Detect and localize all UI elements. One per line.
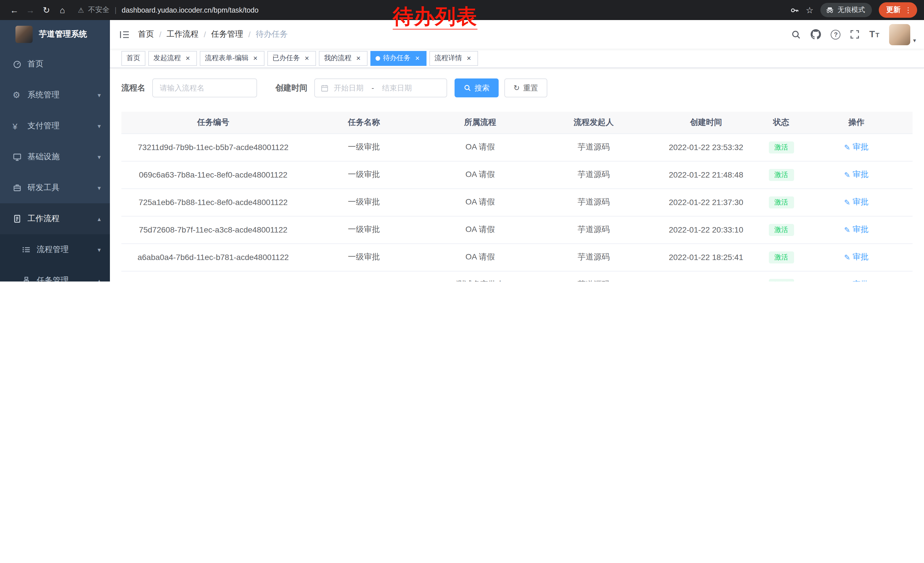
actions-cell: ✎审批	[800, 161, 912, 188]
close-icon[interactable]: ×	[465, 54, 473, 62]
close-icon[interactable]: ×	[303, 54, 311, 62]
task-name-cell: 一级审批	[305, 216, 423, 243]
password-key-icon[interactable]	[790, 6, 799, 15]
tab-my-processes[interactable]: 我的流程 ×	[319, 51, 368, 66]
tab-form-edit[interactable]: 流程表单-编辑 ×	[200, 51, 264, 66]
tab-todo-tasks[interactable]: 待办任务 ×	[370, 51, 426, 66]
approve-link-label: 审批	[853, 142, 869, 152]
edit-icon: ✎	[844, 170, 850, 179]
approve-link[interactable]: ✎审批	[844, 142, 869, 152]
sidebar-item-home[interactable]: 首页	[0, 49, 110, 80]
search-icon	[464, 84, 471, 92]
refresh-icon: ↻	[513, 84, 520, 92]
close-icon[interactable]: ×	[251, 54, 260, 62]
status-cell: 激活	[762, 243, 800, 271]
breadcrumb-separator: /	[204, 30, 206, 39]
sidebar-item-payment[interactable]: ¥ 支付管理 ▾	[0, 111, 110, 141]
close-icon[interactable]: ×	[184, 54, 192, 62]
search-icon[interactable]	[792, 30, 801, 39]
browser-forward-icon[interactable]: →	[23, 3, 38, 18]
tab-label: 我的流程	[324, 53, 351, 63]
approve-link[interactable]: ✎审批	[844, 170, 869, 180]
list-icon	[22, 245, 36, 254]
task-id-cell: 73211d9d-7b9b-11ec-b5b7-acde48001122	[122, 134, 305, 161]
user-menu[interactable]: ▾	[889, 24, 916, 45]
breadcrumb-workflow[interactable]: 工作流程	[166, 29, 199, 39]
chevron-up-icon: ▴	[98, 215, 101, 222]
process-name-input[interactable]	[152, 78, 257, 98]
browser-menu-icon[interactable]: ⋮	[904, 6, 912, 14]
create-time-cell: 2022-01-22 23:53:32	[650, 134, 762, 161]
actions-cell: ✎审批	[800, 216, 912, 243]
org-chart-icon	[22, 276, 36, 281]
approve-link-label: 审批	[853, 170, 869, 180]
table-row: a6aba0a4-7b6d-11ec-b781-acde48001122 一级审…	[122, 243, 912, 271]
sidebar-item-process-management[interactable]: 流程管理 ▾	[0, 234, 110, 265]
browser-home-icon[interactable]: ⌂	[55, 3, 70, 18]
fullscreen-icon[interactable]	[850, 30, 860, 39]
browser-back-icon[interactable]: ←	[7, 3, 22, 18]
approve-link[interactable]: ✎审批	[844, 197, 869, 207]
start-date-placeholder: 开始日期	[334, 83, 363, 93]
tab-process-detail[interactable]: 流程详情 ×	[429, 51, 478, 66]
help-icon[interactable]: ?	[831, 30, 841, 39]
font-size-icon[interactable]: TT	[869, 29, 879, 39]
page-url: dashboard.yudao.iocoder.cn/bpm/task/todo	[122, 6, 258, 14]
sidebar-item-system[interactable]: ⚙ 系统管理 ▾	[0, 80, 110, 111]
column-header-task-name: 任务名称	[305, 112, 423, 134]
chevron-down-icon: ▾	[98, 122, 101, 130]
tab-label: 流程详情	[435, 53, 462, 63]
monitor-icon	[13, 152, 26, 162]
table-row: 75d72608-7b7f-11ec-a3c8-acde48001122 一级审…	[122, 216, 912, 243]
bookmark-star-icon[interactable]: ☆	[806, 5, 813, 15]
chevron-down-icon: ▾	[98, 92, 101, 99]
status-badge: 激活	[769, 279, 794, 281]
close-icon[interactable]: ×	[413, 54, 422, 62]
create-time-range-picker[interactable]: 开始日期 - 结束日期	[314, 78, 447, 98]
close-icon[interactable]: ×	[354, 54, 362, 62]
column-header-status: 状态	[762, 112, 800, 134]
sidebar-item-task-management[interactable]: 任务管理 ▴	[0, 265, 110, 281]
task-id-cell: 75d72608-7b7f-11ec-a3c8-acde48001122	[122, 216, 305, 243]
sidebar-item-label: 系统管理	[27, 90, 60, 100]
approve-link[interactable]: ✎审批	[844, 252, 869, 262]
search-button[interactable]: 搜索	[454, 78, 499, 98]
process-cell: OA 请假	[423, 216, 538, 243]
sidebar-item-devtools[interactable]: 研发工具 ▾	[0, 173, 110, 203]
status-cell: 激活	[762, 188, 800, 216]
sidebar-item-infrastructure[interactable]: 基础设施 ▾	[0, 141, 110, 173]
sidebar-item-label: 研发工具	[27, 183, 60, 193]
reset-button[interactable]: ↻ 重置	[504, 78, 547, 98]
sidebar-item-workflow[interactable]: 工作流程 ▴	[0, 203, 110, 234]
breadcrumb-home[interactable]: 首页	[138, 29, 154, 39]
starter-cell: 芋道源码	[538, 216, 650, 243]
tab-done-tasks[interactable]: 已办任务 ×	[267, 51, 316, 66]
sidebar-item-label: 基础设施	[27, 152, 60, 162]
approve-link[interactable]: ✎审批	[844, 225, 869, 235]
actions-cell: ✎审批	[800, 271, 912, 281]
breadcrumb-separator: /	[159, 30, 162, 39]
breadcrumb-task-management[interactable]: 任务管理	[211, 29, 243, 39]
edit-icon: ✎	[844, 225, 850, 234]
toolbox-icon	[13, 183, 26, 192]
app-logo[interactable]: 芋道管理系统	[0, 20, 110, 49]
browser-reload-icon[interactable]: ↻	[39, 3, 54, 18]
app-window: 芋道管理系统 首页 ⚙ 系统管理 ▾ ¥ 支付管理 ▾	[0, 20, 924, 281]
sidebar-menu: 首页 ⚙ 系统管理 ▾ ¥ 支付管理 ▾ 基础设施 ▾	[0, 49, 110, 281]
create-time-label: 创建时间	[275, 83, 308, 93]
yen-icon: ¥	[13, 121, 26, 131]
browser-update-button[interactable]: 更新 ⋮	[879, 2, 917, 18]
incognito-icon	[825, 6, 834, 14]
logo-avatar	[15, 26, 33, 43]
github-icon[interactable]	[811, 29, 821, 39]
tags-view-bar: 首页 发起流程 × 流程表单-编辑 × 已办任务 ×	[110, 49, 924, 68]
edit-icon: ✎	[844, 280, 850, 281]
approve-link[interactable]: ✎审批	[844, 279, 869, 281]
edit-icon: ✎	[844, 143, 850, 152]
status-cell: 激活	[762, 271, 800, 281]
tab-start-process[interactable]: 发起流程 ×	[148, 51, 197, 66]
collapse-sidebar-icon[interactable]	[120, 30, 129, 39]
caret-down-icon: ▾	[913, 37, 916, 43]
sidebar-item-label: 任务管理	[37, 275, 69, 281]
tab-home[interactable]: 首页	[122, 51, 146, 66]
